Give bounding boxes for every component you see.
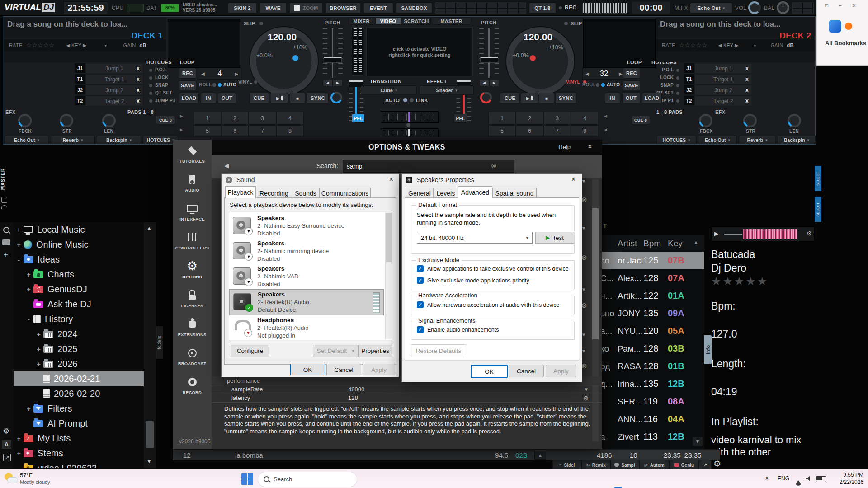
deck1-title-block[interactable]: Drag a song on this deck to loa... DECK … — [4, 17, 166, 62]
font-size-button[interactable]: A — [2, 440, 11, 449]
deck1-flag-qtset[interactable]: QT SET — [155, 90, 172, 95]
efx2-slot3-select[interactable]: Backspin▾ — [778, 136, 816, 144]
expander[interactable]: + — [15, 435, 22, 442]
loop-double-icon[interactable]: ▶ — [619, 71, 623, 76]
mixer-auto-label[interactable]: AUTO — [385, 98, 400, 103]
sort-icon[interactable]: ▲ — [693, 239, 698, 245]
format-select[interactable]: 24 bit, 48000 Hz ▾ — [417, 232, 533, 244]
record-label[interactable]: REC — [565, 5, 576, 11]
deck1-cue2-key[interactable]: T1 — [75, 74, 85, 84]
deck2-cue2-key[interactable]: T1 — [684, 74, 694, 84]
sidebar-item-2024[interactable]: +2024 — [14, 327, 156, 342]
deck2-pad-6[interactable]: 6 — [516, 125, 543, 137]
track-row[interactable]: коРам...12803B — [598, 340, 704, 357]
pads-page-prev-icon[interactable]: ◀ — [604, 114, 607, 118]
efx1-slot1-select[interactable]: Echo Out▾ — [5, 136, 49, 144]
deck2-art-box[interactable] — [583, 19, 656, 68]
deck1-pad-8[interactable]: 8 — [276, 125, 304, 137]
deck2-cue2[interactable]: Target 1X — [694, 74, 752, 84]
tab-sounds[interactable]: Sounds — [292, 188, 319, 198]
deck2-vinyl-label[interactable]: VINYL — [566, 80, 580, 84]
scroll-up-icon[interactable]: ▲ — [146, 225, 152, 231]
device-listbox[interactable]: ▼ Speakers 2- Nahimic Easy Surround devi… — [229, 212, 392, 340]
deck1-loop-load-button[interactable]: LOAD — [179, 93, 199, 103]
deck1-pitch-handle[interactable] — [324, 57, 342, 63]
expander[interactable]: + — [15, 241, 22, 249]
deck2-pad-4[interactable]: 4 — [571, 112, 599, 125]
external-window-icon[interactable]: ↗ — [3, 454, 11, 461]
tab-video[interactable]: VIDEO — [375, 17, 401, 25]
sidebar-item-ai-prompt[interactable]: AI Prompt — [14, 416, 156, 431]
expander[interactable]: + — [25, 271, 32, 278]
deck1-stop-button[interactable]: ■ — [290, 93, 305, 103]
ok-button[interactable]: OK — [290, 364, 325, 375]
deck1-cue2[interactable]: Target 1X — [85, 74, 143, 84]
deck2-filter-knob[interactable] — [480, 92, 492, 103]
folders-tab[interactable]: folders — [156, 326, 163, 359]
exclusive-control-checkbox[interactable]: ✓Allow applications to take exclusive co… — [417, 265, 569, 272]
column-bpm[interactable]: Bpm — [643, 239, 661, 249]
deck1-pfl-button[interactable]: PFL — [352, 114, 365, 123]
deck2-pad-1[interactable]: 1 — [488, 112, 516, 125]
deck2-slip-label[interactable]: SLIP — [571, 21, 582, 26]
scroll-thumb[interactable] — [146, 421, 154, 448]
deck2-loop-stepper[interactable]: ◀ 32 ▶ — [582, 68, 626, 80]
expander[interactable]: + — [15, 226, 22, 234]
deck2-pad-5[interactable]: 5 — [488, 125, 516, 137]
sidebar-item-audio[interactable]: AUDIO — [173, 169, 212, 197]
deck1-pitch-down-button[interactable]: ◀ — [323, 80, 333, 86]
deck1-art-box[interactable] — [168, 19, 240, 68]
set-default-button[interactable]: Set Default▾ — [313, 345, 358, 357]
waveform-preview[interactable]: ▶ ⚙ — [711, 227, 815, 241]
deck2-cue3[interactable]: Jump 2X — [694, 85, 752, 95]
sampler-grid-left[interactable] — [435, 2, 526, 14]
speaker-icon[interactable] — [806, 476, 812, 481]
loop-halve-icon[interactable]: ◀ — [585, 71, 589, 76]
track-row[interactable]: н...Artik...12201A — [598, 287, 704, 305]
deck2-key-control[interactable]: ◀ KEY ▶ — [718, 42, 739, 48]
user-info[interactable]: USER alinatas... VERS 26 b9005 — [183, 2, 217, 13]
deck1-pad-5[interactable]: 5 — [193, 125, 221, 137]
deck1-pad-6[interactable]: 6 — [221, 125, 249, 137]
tab-communications[interactable]: Communications — [319, 188, 371, 198]
gear-icon[interactable]: ⚙ — [3, 427, 9, 436]
settings-row-samplerate[interactable]: sampleRate 48000 ▾ — [212, 385, 602, 394]
info-tab[interactable]: Info — [704, 335, 712, 364]
video-preview[interactable]: click to activate VIDEO rightclick for q… — [366, 27, 473, 76]
add-folder-icon[interactable] — [2, 239, 10, 245]
efx2-fbck-knob[interactable] — [699, 114, 712, 127]
deck2-gain-db[interactable]: dB — [787, 42, 793, 48]
sidebar-item-interface[interactable]: INTERFACE — [173, 197, 212, 226]
deck2-loop-out-button[interactable]: OUT — [622, 93, 640, 103]
clear-search-icon[interactable]: ⊗ — [491, 162, 497, 170]
deck1-cue3[interactable]: Jump 2X — [85, 85, 143, 95]
deck1-cue-button[interactable]: CUE — [249, 93, 269, 103]
sidebar-item-extensions[interactable]: EXTENSIONS — [173, 313, 212, 342]
loop-halve-icon[interactable]: ◀ — [201, 71, 205, 76]
start-button[interactable] — [241, 473, 254, 485]
track-row[interactable]: pink10606A — [598, 446, 704, 449]
deck1-rate-stars[interactable]: ☆☆☆☆☆ — [26, 42, 55, 49]
column-artist[interactable]: Artist — [618, 239, 637, 249]
expander[interactable]: + — [25, 286, 32, 293]
tab-recording[interactable]: Recording — [256, 188, 292, 198]
efx2-slot2-select[interactable]: Reverb▾ — [739, 136, 776, 144]
deck2-cue1[interactable]: Jump 1X — [694, 63, 752, 74]
deck1-cue1-key[interactable]: J1 — [75, 63, 85, 73]
row-chevron-icon[interactable]: ▾ — [582, 331, 585, 338]
balance-knob[interactable] — [777, 1, 789, 14]
deck2-loop-load-button[interactable]: LOAD — [642, 93, 662, 103]
deck2-pad-7[interactable]: 7 — [543, 125, 571, 137]
scroll-down-icon[interactable]: ▼ — [146, 458, 152, 465]
sidebar-item-2026-02-21[interactable]: 2026-02-21 — [14, 371, 152, 386]
cue-clear-icon[interactable]: X — [137, 77, 140, 82]
hardware-acceleration-checkbox[interactable]: ✓Allow hardware acceleration of audio wi… — [417, 301, 560, 308]
transition-select[interactable]: Cube▾ — [361, 85, 417, 95]
row-chevron-icon[interactable]: ▾ — [585, 386, 588, 393]
deck1-filter-knob[interactable] — [330, 92, 342, 103]
deck2-loop-in-button[interactable]: IN — [605, 93, 620, 103]
deck1-pad-1[interactable]: 1 — [193, 112, 221, 125]
sidebar-item-tutorials[interactable]: TUTORIALS — [173, 140, 212, 169]
deck1-cue3-key[interactable]: J2 — [75, 85, 85, 94]
sidebar-item-local-music[interactable]: +Local Music — [14, 222, 156, 237]
